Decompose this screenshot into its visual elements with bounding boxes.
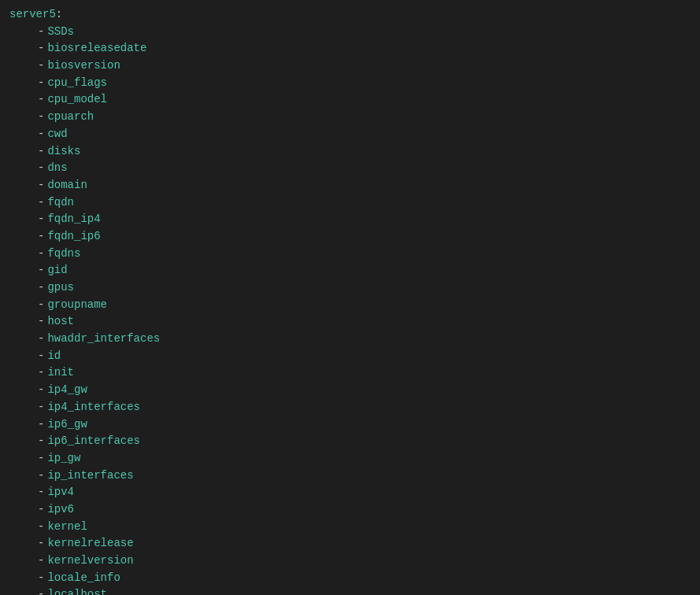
list-dash: - <box>38 399 44 416</box>
indent-space <box>9 586 38 595</box>
item-label: gpus <box>47 279 74 297</box>
indent-space <box>9 399 38 416</box>
item-label: fqdn <box>47 194 74 212</box>
item-label: ipv6 <box>47 501 74 519</box>
item-label: domain <box>47 177 87 194</box>
item-label: ipv4 <box>47 484 74 501</box>
item-label: biosreleasedate <box>47 40 146 57</box>
indent-space <box>9 519 38 536</box>
item-label: init <box>47 364 74 382</box>
item-label: kernel <box>47 519 87 536</box>
indent-space <box>9 468 38 485</box>
list-item: - fqdn_ip6 <box>9 228 691 246</box>
indent-space <box>9 40 38 57</box>
list-dash: - <box>38 450 44 468</box>
item-label: ip6_gw <box>47 416 87 434</box>
list-item: - ipv4 <box>9 484 691 501</box>
list-item: - disks <box>9 143 691 161</box>
list-item: - hwaddr_interfaces <box>9 331 691 348</box>
list-item: - host <box>9 313 691 331</box>
item-label: cpuarch <box>47 109 94 126</box>
server-label: server5 <box>9 6 56 24</box>
indent-space <box>9 313 38 331</box>
item-label: groupname <box>47 297 107 314</box>
list-dash: - <box>38 552 44 570</box>
list-dash: - <box>38 348 44 365</box>
list-dash: - <box>38 160 44 177</box>
indent-space <box>9 570 38 587</box>
indent-space <box>9 91 38 109</box>
indent-space <box>9 484 38 501</box>
list-item: - gid <box>9 262 691 279</box>
items-list: - SSDs - biosreleasedate - biosversion -… <box>9 24 691 595</box>
list-dash: - <box>38 570 44 587</box>
indent-space <box>9 279 38 297</box>
list-item: - gpus <box>9 279 691 297</box>
list-dash: - <box>38 468 44 485</box>
item-label: host <box>47 313 74 331</box>
indent-space <box>9 364 38 382</box>
list-item: - cwd <box>9 126 691 143</box>
list-dash: - <box>38 75 44 92</box>
item-label: kernelversion <box>47 552 133 570</box>
list-item: - biosreleasedate <box>9 40 691 57</box>
list-dash: - <box>38 535 44 552</box>
item-label: cpu_model <box>47 91 107 109</box>
server-line: server5: <box>9 6 691 24</box>
list-dash: - <box>38 364 44 382</box>
list-item: - init <box>9 364 691 382</box>
item-label: id <box>47 348 61 365</box>
list-dash: - <box>38 586 44 595</box>
indent-space <box>9 297 38 314</box>
item-label: fqdns <box>47 246 80 263</box>
list-item: - ip4_gw <box>9 382 691 399</box>
list-dash: - <box>38 40 44 57</box>
indent-space <box>9 331 38 348</box>
indent-space <box>9 24 38 41</box>
list-item: - ip6_gw <box>9 416 691 434</box>
list-item: - cpu_model <box>9 91 691 109</box>
list-dash: - <box>38 331 44 348</box>
indent-space <box>9 160 38 177</box>
list-item: - ip_gw <box>9 450 691 468</box>
list-dash: - <box>38 57 44 75</box>
list-item: - kernel <box>9 519 691 536</box>
indent-space <box>9 143 38 161</box>
list-dash: - <box>38 211 44 228</box>
indent-space <box>9 348 38 365</box>
indent-space <box>9 552 38 570</box>
list-dash: - <box>38 313 44 331</box>
list-dash: - <box>38 194 44 212</box>
indent-space <box>9 75 38 92</box>
list-dash: - <box>38 177 44 194</box>
indent-space <box>9 177 38 194</box>
list-item: - kernelrelease <box>9 535 691 552</box>
list-dash: - <box>38 109 44 126</box>
item-label: cwd <box>47 126 67 143</box>
indent-space <box>9 433 38 450</box>
list-dash: - <box>38 297 44 314</box>
list-item: - SSDs <box>9 24 691 41</box>
list-dash: - <box>38 24 44 41</box>
item-label: ip6_interfaces <box>47 433 140 450</box>
item-label: ip4_gw <box>47 382 87 399</box>
indent-space <box>9 194 38 212</box>
item-label: kernelrelease <box>47 535 133 552</box>
list-dash: - <box>38 126 44 143</box>
list-dash: - <box>38 433 44 450</box>
indent-space <box>9 416 38 434</box>
item-label: fqdn_ip6 <box>47 228 100 246</box>
list-item: - id <box>9 348 691 365</box>
item-label: localhost <box>47 586 107 595</box>
list-item: - cpu_flags <box>9 75 691 92</box>
list-item: - ipv6 <box>9 501 691 519</box>
list-dash: - <box>38 143 44 161</box>
list-item: - kernelversion <box>9 552 691 570</box>
list-item: - ip6_interfaces <box>9 433 691 450</box>
item-label: disks <box>47 143 80 161</box>
list-item: - localhost <box>9 586 691 595</box>
item-label: dns <box>47 160 67 177</box>
item-label: hwaddr_interfaces <box>47 331 160 348</box>
list-dash: - <box>38 91 44 109</box>
list-item: - groupname <box>9 297 691 314</box>
